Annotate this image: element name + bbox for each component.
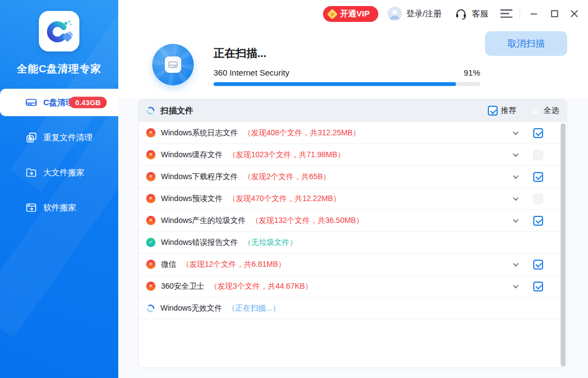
chevron-down-icon[interactable] xyxy=(512,261,520,268)
error-icon: ✕ xyxy=(146,216,155,225)
row-detail: （发现132个文件，共36.50MB） xyxy=(251,216,364,226)
spinner-icon xyxy=(146,106,155,115)
sidebar-item-label: 重复文件清理 xyxy=(43,133,93,143)
customer-service-button[interactable]: 客服 xyxy=(454,7,488,20)
row-detail: （发现1023个文件，共71.98MB） xyxy=(228,150,345,160)
select-all-label: 全选 xyxy=(544,106,559,116)
sidebar-item-c-disk-clean[interactable]: C盘清理 0.43GB xyxy=(0,89,118,116)
chevron-down-icon[interactable] xyxy=(512,195,520,203)
sidebar: 全能C盘清理专家 C盘清理 0.43GB xyxy=(0,0,118,378)
row-checkbox[interactable] xyxy=(533,172,543,182)
vip-button-label: 开通VIP xyxy=(340,9,370,19)
row-checkbox[interactable] xyxy=(533,260,543,270)
app-logo-icon xyxy=(44,16,74,46)
folder-move-icon xyxy=(25,167,37,179)
sidebar-item-label: 软件搬家 xyxy=(43,203,76,213)
clean-icon: ✓ xyxy=(146,238,155,247)
sidebar-item-label: 大文件搬家 xyxy=(43,168,84,178)
window-move-icon xyxy=(25,202,37,214)
chevron-down-icon[interactable] xyxy=(512,173,520,181)
scan-subline: 360 Internet Security 91% xyxy=(214,68,480,77)
sidebar-nav: C盘清理 0.43GB 重复文件清理 xyxy=(0,89,118,229)
scan-disk-icon xyxy=(152,44,194,85)
avatar xyxy=(388,7,402,21)
maximize-button[interactable] xyxy=(549,8,561,20)
login-label: 登录/注册 xyxy=(406,9,441,19)
main-content: V 开通VIP 登录/注册 xyxy=(118,0,588,378)
scrollbar-thumb[interactable] xyxy=(561,123,566,366)
row-checkbox[interactable] xyxy=(533,216,543,226)
error-icon: ✕ xyxy=(146,172,155,181)
table-row[interactable]: ✕ Windows系统日志文件 （发现408个文件，共312.25MB） xyxy=(139,122,567,144)
customer-service-label: 客服 xyxy=(472,9,488,19)
row-detail: （正在扫描...） xyxy=(228,303,280,313)
table-row[interactable]: ✕ Windows预读文件 （发现470个文件，共12.22MB） xyxy=(139,188,567,210)
headset-icon xyxy=(454,7,468,20)
app-window: 全能C盘清理专家 C盘清理 0.43GB xyxy=(0,0,588,378)
row-name: Windows无效文件 xyxy=(160,303,222,313)
scan-file-panel: 扫描文件 推荐 全选 ✕ Windows系统日志文件 （发现408个文件，共31… xyxy=(138,99,567,368)
menu-icon[interactable] xyxy=(500,8,512,19)
sidebar-item-label: C盘清理 xyxy=(43,98,74,108)
row-name: Windows系统日志文件 xyxy=(161,128,238,138)
recommend-label: 推荐 xyxy=(501,106,516,116)
vip-icon: V xyxy=(327,9,338,20)
row-detail: （发现470个文件，共12.22MB） xyxy=(228,194,341,204)
row-checkbox[interactable] xyxy=(533,282,543,291)
recommend-checkbox[interactable] xyxy=(488,106,498,116)
chevron-down-icon[interactable] xyxy=(512,151,520,159)
row-detail: （发现12个文件，共6.81MB） xyxy=(182,260,286,270)
login-button[interactable]: 登录/注册 xyxy=(388,7,441,21)
row-name: Windows下载程序文件 xyxy=(161,172,238,182)
table-row[interactable]: Windows无效文件 （正在扫描...） xyxy=(139,297,567,319)
minimize-button[interactable] xyxy=(528,8,540,20)
row-name: Windows缓存文件 xyxy=(161,150,223,160)
sidebar-item-software-move[interactable]: 软件搬家 xyxy=(0,194,118,221)
close-button[interactable] xyxy=(568,8,580,20)
chevron-down-icon[interactable] xyxy=(512,283,520,290)
app-logo xyxy=(39,11,79,51)
app-title: 全能C盘清理专家 xyxy=(0,62,118,76)
scan-current-item: 360 Internet Security xyxy=(214,68,289,77)
row-detail: （无垃圾文件） xyxy=(244,238,297,248)
error-icon: ✕ xyxy=(146,194,155,203)
row-detail: （发现2个文件，共65B） xyxy=(244,172,331,182)
chevron-down-icon[interactable] xyxy=(512,217,520,225)
scan-status-title: 正在扫描... xyxy=(214,46,267,61)
disk-glyph-icon xyxy=(165,56,181,73)
panel-header-controls: 推荐 全选 xyxy=(488,106,560,116)
cancel-scan-button[interactable]: 取消扫描 xyxy=(485,31,567,56)
size-badge: 0.43GB xyxy=(69,97,107,108)
table-row[interactable]: ✕ Windows缓存文件 （发现1023个文件，共71.98MB） xyxy=(139,144,567,166)
scan-progress-fill xyxy=(214,82,456,86)
table-row[interactable]: ✕ Windows产生的垃圾文件 （发现132个文件，共36.50MB） xyxy=(139,210,567,232)
vip-button[interactable]: V 开通VIP xyxy=(323,6,378,22)
scan-percent: 91% xyxy=(464,68,480,77)
panel-title: 扫描文件 xyxy=(160,106,193,116)
sidebar-item-big-file-move[interactable]: 大文件搬家 xyxy=(0,159,118,186)
row-name: 360安全卫士 xyxy=(161,282,204,291)
titlebar-divider xyxy=(520,7,520,20)
table-row[interactable]: ✕ 微信 （发现12个文件，共6.81MB） xyxy=(139,254,567,276)
row-checkbox[interactable] xyxy=(533,194,543,204)
table-row[interactable]: ✕ 360安全卫士 （发现3个文件，共44.67KB） xyxy=(139,276,567,297)
disk-icon xyxy=(25,96,37,108)
sidebar-item-duplicate-clean[interactable]: 重复文件清理 xyxy=(0,124,118,151)
error-icon: ✕ xyxy=(146,282,155,291)
error-icon: ✕ xyxy=(146,128,155,138)
scan-progress-bar xyxy=(214,82,480,86)
row-name: Windows错误报告文件 xyxy=(161,238,238,248)
duplicate-files-icon xyxy=(25,131,37,144)
row-name: 微信 xyxy=(161,260,176,270)
chevron-down-icon[interactable] xyxy=(512,129,520,137)
panel-header: 扫描文件 推荐 全选 xyxy=(139,99,567,122)
row-name: Windows预读文件 xyxy=(161,194,223,204)
table-row[interactable]: ✓ Windows错误报告文件 （无垃圾文件） xyxy=(139,232,567,254)
row-checkbox[interactable] xyxy=(533,128,543,138)
row-name: Windows产生的垃圾文件 xyxy=(161,216,246,226)
row-detail: （发现3个文件，共44.67KB） xyxy=(210,282,313,291)
select-all-checkbox[interactable] xyxy=(531,106,540,116)
row-checkbox[interactable] xyxy=(533,150,543,160)
error-icon: ✕ xyxy=(146,150,155,159)
table-row[interactable]: ✕ Windows下载程序文件 （发现2个文件，共65B） xyxy=(139,166,567,188)
